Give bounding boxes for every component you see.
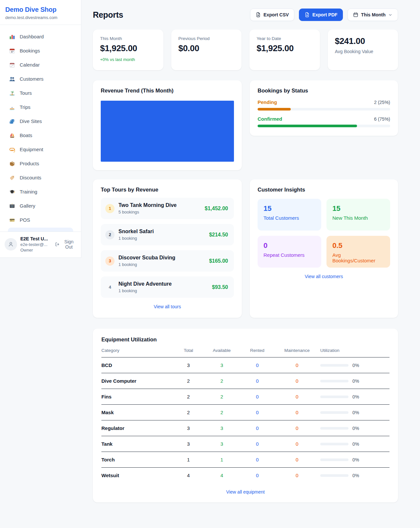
sidebar-item-label: Boats [20,132,32,138]
sidebar-item-label: POS [20,217,30,223]
utilization-bar [320,443,348,445]
top-tours-card: Top Tours by Revenue 1 Two Tank Morning … [93,179,242,318]
column-header: Utilization [320,343,389,357]
sidebar-item-label: Products [20,161,39,166]
sidebar-item-training[interactable]: Training [4,185,77,199]
tour-bookings: 1 booking [118,262,205,267]
utilization-bar [320,411,348,414]
chevron-down-icon [388,13,392,17]
table-cell-total: 3 [174,436,203,452]
table-cell-total: 1 [174,452,203,468]
column-header: Total [174,343,203,357]
file-download-icon [304,12,310,17]
calendar-date-icon: 17 [9,48,15,54]
sign-out-button[interactable]: Sign Out [55,239,76,250]
svg-text:17: 17 [11,50,13,53]
view-all-customers-link[interactable]: View all customers [305,274,343,279]
stat-label: Previous Period [178,36,235,41]
table-cell-available: 1 [203,452,241,468]
sidebar-item-label: Customers [20,76,44,82]
calendar-icon [353,12,358,17]
bookings-by-status-card: Bookings by Status Pending 2 (25%) Confi… [250,80,398,136]
column-header: Category [101,343,174,357]
table-cell-maintenance: 0 [274,373,320,389]
sidebar-item-pos[interactable]: POS [4,213,77,227]
sidebar-item-gallery[interactable]: Gallery [4,199,77,213]
tile-repeat-customers: 0 Repeat Customers [258,236,321,268]
export-pdf-button[interactable]: Export PDF [299,9,343,21]
sidebar-item-boats[interactable]: Boats [4,128,77,142]
user-role: Owner [20,248,52,253]
shop-domain: demo.test.divestreams.com [5,15,76,20]
tour-revenue: $214.50 [209,232,228,238]
sidebar-item-equipment[interactable]: Equipment [4,142,77,156]
progress-fill [258,108,291,111]
sidebar-item-label: Trips [20,104,31,110]
table-cell-rented: 0 [241,420,274,436]
tour-bookings: 5 bookings [118,210,201,214]
progress-track [258,108,390,111]
sidebar-item-customers[interactable]: Customers [4,72,77,86]
period-label: This Month [361,12,386,17]
table-cell-total: 2 [174,405,203,420]
table-cell-rented: 0 [241,405,274,420]
table-cell-rented: 0 [241,373,274,389]
sidebar-item-tours[interactable]: Tours [4,86,77,100]
table-cell-category: Tank [101,436,174,452]
table-cell-utilization: 0% [320,358,389,373]
table-cell-total: 4 [174,468,203,483]
period-selector[interactable]: This Month [347,9,398,21]
tile-label: New This Month [332,215,384,221]
tag-icon [9,175,15,181]
export-csv-button[interactable]: Export CSV [250,9,294,21]
column-header: Available [203,343,241,357]
table-cell-available: 2 [203,389,241,405]
table-cell-rented: 0 [241,468,274,483]
sidebar-item-dashboard[interactable]: Dashboard [4,30,77,44]
header-actions: Export CSV Export PDF This Month [250,9,398,21]
card-title: Revenue Trend (This Month) [101,88,234,94]
sidebar-item-label: Training [20,189,37,194]
sidebar-item-trips[interactable]: Trips [4,100,77,114]
view-all-equipment-link[interactable]: View all equipment [226,489,264,495]
sidebar-item-products[interactable]: Products [4,156,77,171]
table-cell-rented: 0 [241,389,274,405]
table-cell-rented: 0 [241,452,274,468]
tour-revenue: $165.00 [209,258,228,264]
rank-badge: 4 [105,283,115,292]
sidebar-item-discounts[interactable]: Discounts [4,171,77,185]
sidebar-item-label: Discounts [20,175,41,180]
tile-new-this-month: 15 New This Month [326,199,390,231]
sailboat-icon [9,132,15,138]
stat-label: Year to Date [257,36,313,41]
utilization-bar [320,474,348,477]
view-all-tours-link[interactable]: View all tours [154,304,181,309]
status-row-pending: Pending 2 (25%) [258,99,390,111]
tile-avg-bookings: 0.5 Avg Bookings/Customer [326,236,390,268]
utilization-bar [320,427,348,430]
user-footer: E2E Test U... e2e-tester@... Owner Sign … [0,232,81,257]
user-meta: E2E Test U... e2e-tester@... Owner [20,236,52,253]
table-cell-category: Torch [101,452,174,468]
tile-label: Total Customers [263,215,315,221]
sidebar-item-bookings[interactable]: 17 Bookings [4,44,77,58]
stat-card-previous-period: Previous Period $0.00 [171,30,242,70]
file-download-icon [256,12,261,17]
list-item: 4 Night Dive Adventure1 booking $93.50 [101,276,234,298]
table-cell-utilization: 0% [320,468,389,483]
sidebar-active-item-partial[interactable] [8,228,73,232]
people-icon [9,76,15,82]
table-cell-rented: 0 [241,357,274,373]
sidebar-item-dive-sites[interactable]: Dive Sites [4,114,77,128]
table-cell-category: Regulator [101,420,174,436]
sidebar-item-calendar[interactable]: Calendar [4,58,77,72]
tour-name: Two Tank Morning Dive [118,202,201,208]
sidebar-item-label: Tours [20,90,32,96]
sidebar-item-label: Dashboard [20,34,44,39]
page-header: Reports Export CSV Export PDF This Month [93,9,398,21]
sign-out-icon [55,242,59,247]
table-cell-category: BCD [101,357,174,373]
sidebar-item-label: Equipment [20,147,43,152]
utilization-bar [320,458,348,461]
stat-value: $1,925.00 [100,43,156,53]
